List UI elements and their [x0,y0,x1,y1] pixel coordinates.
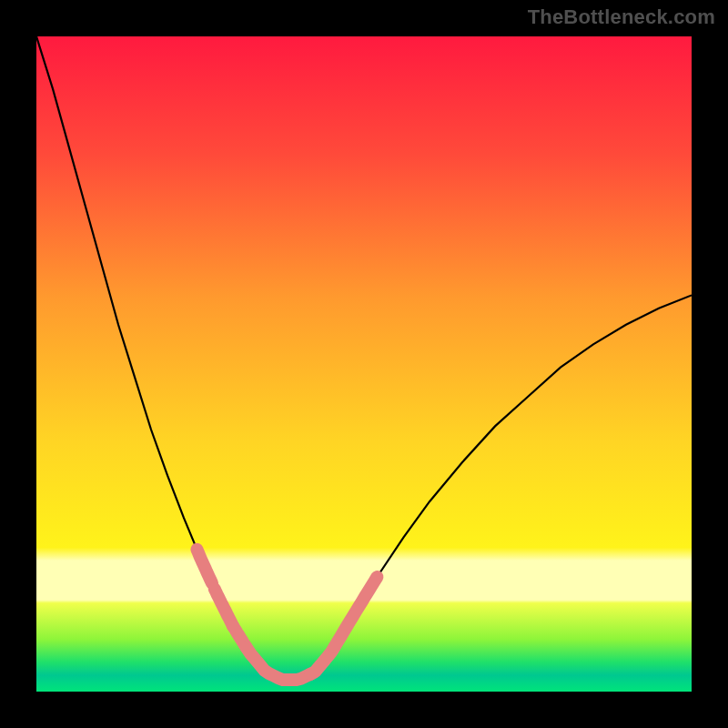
curve-layer [36,36,692,692]
bottleneck-curve [36,36,692,680]
highlight-segment [197,550,212,583]
watermark-text: TheBottleneck.com [528,5,715,29]
highlight-segments [197,550,377,680]
chart-frame: TheBottleneck.com [0,0,728,728]
highlight-segment [335,577,378,647]
highlight-segment [246,647,310,680]
plot-area [36,36,692,692]
